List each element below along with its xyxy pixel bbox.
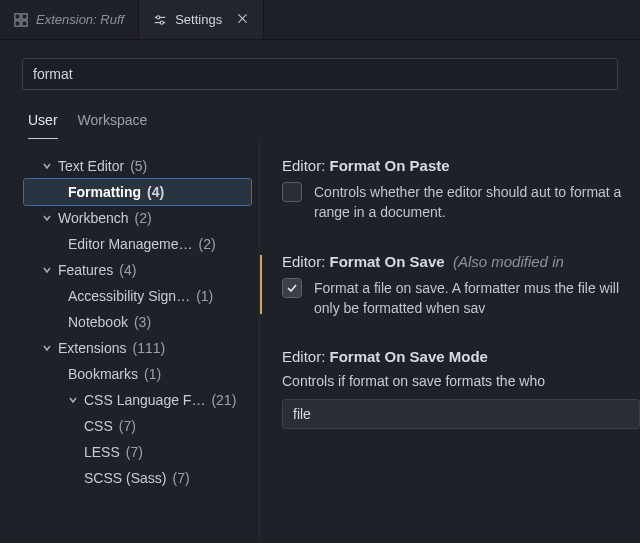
setting-title: Editor: Format On Save (Also modified in [282, 253, 640, 270]
scope-tab-user[interactable]: User [28, 106, 58, 139]
tab-label: Extension: Ruff [36, 12, 124, 27]
setting-key: Format On Save Mode [330, 348, 488, 365]
scope-tab-workspace[interactable]: Workspace [78, 106, 148, 139]
tree-count: (21) [211, 392, 236, 408]
setting-owner: Editor: [282, 253, 325, 270]
format-on-save-mode-select[interactable] [282, 399, 640, 429]
format-on-paste-checkbox[interactable] [282, 182, 302, 202]
svg-point-7 [160, 21, 163, 24]
close-icon[interactable] [236, 12, 249, 28]
chevron-down-icon [42, 213, 52, 223]
setting-title: Editor: Format On Paste [282, 157, 640, 174]
tree-label: Features [58, 262, 113, 278]
tab-settings[interactable]: Settings [139, 0, 264, 39]
tree-item-workbench[interactable]: Workbench (2) [24, 205, 251, 231]
svg-point-6 [157, 15, 160, 18]
setting-owner: Editor: [282, 348, 325, 365]
svg-rect-0 [15, 13, 20, 18]
extensions-icon [14, 13, 28, 27]
tree-label: Extensions [58, 340, 126, 356]
settings-category-tree: Text Editor (5) Formatting (4) Workbench… [0, 139, 260, 542]
tree-count: (5) [130, 158, 147, 174]
tree-item-editor-management[interactable]: Editor Manageme… (2) [24, 231, 251, 257]
tree-item-formatting[interactable]: Formatting (4) [24, 179, 251, 205]
tab-extension-ruff[interactable]: Extension: Ruff [0, 0, 139, 39]
svg-rect-1 [22, 13, 27, 18]
tree-label: Notebook [68, 314, 128, 330]
settings-search-input[interactable] [22, 58, 618, 90]
tree-count: (7) [119, 418, 136, 434]
tree-item-text-editor[interactable]: Text Editor (5) [24, 153, 251, 179]
editor-tabbar: Extension: Ruff Settings [0, 0, 640, 40]
setting-description: Controls whether the editor should aut t… [314, 182, 640, 223]
tree-label: Text Editor [58, 158, 124, 174]
setting-title: Editor: Format On Save Mode [282, 348, 640, 365]
format-on-save-checkbox[interactable] [282, 278, 302, 298]
setting-owner: Editor: [282, 157, 325, 174]
chevron-down-icon [42, 161, 52, 171]
tree-count: (1) [196, 288, 213, 304]
tree-item-accessibility-signals[interactable]: Accessibility Sign… (1) [24, 283, 251, 309]
setting-description: Controls if format on save formats the w… [282, 373, 640, 389]
setting-description: Format a file on save. A formatter mus t… [314, 278, 640, 319]
tree-count: (3) [134, 314, 151, 330]
tree-item-bookmarks[interactable]: Bookmarks (1) [24, 361, 251, 387]
tree-label: Formatting [68, 184, 141, 200]
tree-item-css[interactable]: CSS (7) [24, 413, 251, 439]
settings-icon [153, 13, 167, 27]
tree-label: Bookmarks [68, 366, 138, 382]
tree-item-notebook[interactable]: Notebook (3) [24, 309, 251, 335]
tree-item-features[interactable]: Features (4) [24, 257, 251, 283]
tree-label: Accessibility Sign… [68, 288, 190, 304]
tree-label: CSS [84, 418, 113, 434]
settings-search-container [0, 40, 640, 100]
setting-format-on-save: Editor: Format On Save (Also modified in… [282, 253, 640, 319]
svg-rect-2 [15, 20, 20, 25]
tree-item-less[interactable]: LESS (7) [24, 439, 251, 465]
chevron-down-icon [42, 343, 52, 353]
svg-rect-3 [22, 20, 27, 25]
tree-item-scss[interactable]: SCSS (Sass) (7) [24, 465, 251, 491]
tree-item-extensions[interactable]: Extensions (111) [24, 335, 251, 361]
tree-label: CSS Language F… [84, 392, 205, 408]
tree-label: Editor Manageme… [68, 236, 193, 252]
setting-modified-note: (Also modified in [453, 253, 564, 270]
tree-label: LESS [84, 444, 120, 460]
tree-count: (1) [144, 366, 161, 382]
chevron-down-icon [68, 395, 78, 405]
tree-count: (2) [199, 236, 216, 252]
setting-format-on-paste: Editor: Format On Paste Controls whether… [282, 157, 640, 223]
setting-format-on-save-mode: Editor: Format On Save Mode Controls if … [282, 348, 640, 429]
tree-count: (2) [135, 210, 152, 226]
tree-count: (111) [132, 340, 165, 356]
settings-panel: Editor: Format On Paste Controls whether… [260, 139, 640, 542]
tree-count: (7) [126, 444, 143, 460]
tree-label: Workbench [58, 210, 129, 226]
chevron-down-icon [42, 265, 52, 275]
setting-key: Format On Save [330, 253, 445, 270]
settings-scope-tabs: User Workspace [0, 100, 640, 139]
tree-item-css-language-features[interactable]: CSS Language F… (21) [24, 387, 251, 413]
tree-count: (4) [147, 184, 164, 200]
tree-count: (4) [119, 262, 136, 278]
tree-label: SCSS (Sass) [84, 470, 166, 486]
setting-key: Format On Paste [330, 157, 450, 174]
tree-count: (7) [172, 470, 189, 486]
tab-label: Settings [175, 12, 222, 27]
